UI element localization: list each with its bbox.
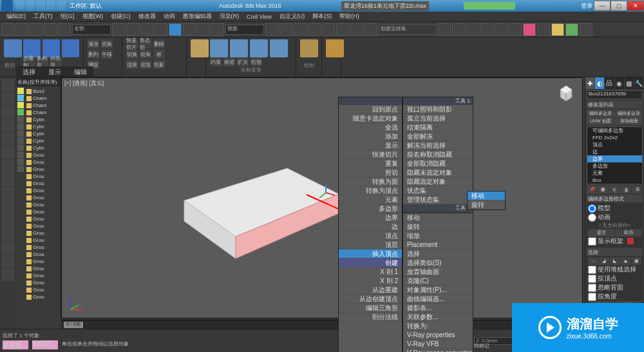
tab-hierarchy-icon[interactable]: 品	[605, 77, 614, 89]
viewport-label[interactable]: [+] [透视] [真实]	[64, 79, 104, 88]
scene-item[interactable]: Grou	[25, 251, 61, 258]
ribbon-shrink[interactable]: 收缩	[223, 57, 235, 66]
filter-select[interactable]: 全部	[72, 24, 111, 35]
scene-item[interactable]: Grou	[25, 159, 61, 166]
roll-sel[interactable]: 选择	[587, 248, 643, 256]
quad-item[interactable]: 克隆(C)	[403, 277, 473, 286]
tool-keymode[interactable]	[294, 23, 307, 36]
stack-item[interactable]: 顶点	[587, 141, 642, 148]
tool-render-set[interactable]	[537, 23, 550, 36]
ribbon-cham[interactable]: 切角	[140, 50, 151, 59]
quad-item[interactable]: V-Ray scene converter	[403, 349, 473, 352]
quad-item[interactable]: 按名称取消隐藏	[403, 150, 473, 159]
tool-window[interactable]	[155, 23, 167, 36]
tool-link[interactable]	[30, 23, 43, 36]
quad-item[interactable]: 孤立当前选择	[403, 114, 473, 123]
menu-modifiers[interactable]: 修改器	[135, 12, 160, 21]
ribbon-paintdef3[interactable]	[250, 39, 268, 57]
ribbon-freeform[interactable]	[300, 39, 318, 57]
quad-item[interactable]: 边	[339, 222, 402, 231]
tab-select[interactable]: 选择	[16, 66, 42, 77]
tab-util-icon[interactable]: 🔧	[634, 77, 644, 89]
scene-item[interactable]: Grou	[25, 180, 61, 187]
tab-display[interactable]: 显示	[42, 66, 68, 77]
ribbon-multi[interactable]: 多构面	[37, 57, 48, 66]
ltool-8[interactable]	[1, 173, 14, 186]
ribbon-qs[interactable]: 快速切片	[126, 39, 138, 48]
modbtn-3[interactable]: UVW 贴图	[587, 117, 614, 125]
ribbon-delcol[interactable]: 删列	[88, 50, 99, 59]
scene-item[interactable]: Grou	[25, 293, 61, 300]
tool-byname[interactable]	[126, 23, 139, 36]
sub-move[interactable]: 移动	[468, 191, 505, 200]
scene-item[interactable]: Grou	[25, 244, 61, 251]
quad-item[interactable]: 转换为面	[339, 177, 402, 186]
chk-show[interactable]: 显示框架	[588, 237, 641, 246]
menu-civil[interactable]: Civil View	[243, 14, 276, 20]
tool-redo[interactable]	[15, 23, 28, 36]
quad-item[interactable]: 缩放	[403, 231, 473, 240]
modbtn-2[interactable]: 编辑多边形	[615, 110, 643, 117]
filter-fx[interactable]	[17, 144, 24, 151]
stack-item[interactable]: FFD 2x2x2	[587, 134, 642, 141]
quad-item[interactable]: 转换为:	[403, 322, 473, 331]
modbtn-4[interactable]: 剪辑模面	[615, 117, 643, 125]
quad-item[interactable]: 顶层	[339, 240, 402, 249]
tool-render[interactable]	[565, 23, 578, 36]
stack-item[interactable]: 多边形	[587, 162, 642, 170]
quad-item[interactable]: 摄影表...	[403, 304, 473, 313]
stack-unique[interactable]: ⎘	[609, 186, 620, 193]
tool-toggle[interactable]	[480, 23, 493, 36]
stack-show[interactable]: ▦	[598, 186, 609, 193]
scene-item[interactable]: Grou	[25, 152, 61, 159]
minimize-button[interactable]: —	[594, 1, 611, 11]
tool-scale[interactable]	[197, 23, 210, 36]
ltool-6[interactable]	[1, 146, 14, 159]
menu-script[interactable]: 脚本(S)	[308, 12, 336, 21]
tool-render-prod[interactable]	[580, 23, 592, 36]
quad-item[interactable]: 从边创建顶点	[339, 295, 402, 304]
app-icon[interactable]	[1, 0, 13, 12]
quad-item[interactable]: 全选	[339, 123, 402, 132]
ribbon-paintdef1[interactable]	[210, 39, 228, 57]
menu-help[interactable]: 帮助(H)	[336, 12, 363, 21]
roll-mode[interactable]: 编辑多边形模式	[587, 195, 643, 202]
named-sel[interactable]: 创建选择集	[379, 24, 437, 35]
quad-item[interactable]: 重复	[339, 159, 402, 168]
menu-group[interactable]: 组(G)	[57, 12, 79, 21]
tool-mirror[interactable]	[438, 23, 451, 36]
scene-item[interactable]: Grou	[25, 279, 61, 286]
tool-layers[interactable]	[466, 23, 479, 36]
quad-item[interactable]: X 剖 1	[339, 268, 402, 277]
quad-item[interactable]: 放置轴曲面	[403, 268, 473, 277]
quad-item[interactable]: 元素	[339, 195, 402, 204]
scene-item[interactable]: Cylin	[25, 130, 61, 137]
quad-item[interactable]: 状态集	[403, 186, 473, 195]
quad-item[interactable]: V-Ray properties	[403, 331, 473, 340]
quad-item[interactable]: 隐藏未选定对象	[403, 168, 473, 177]
scene-item[interactable]: Cylin	[25, 116, 61, 123]
quad-item-bold[interactable]: 插入顶点	[339, 249, 402, 259]
quad-item[interactable]: 剖分法线	[339, 313, 402, 322]
tab-motion-icon[interactable]: ◉	[615, 77, 625, 89]
quad-item[interactable]: 随意卡选定对象	[339, 114, 402, 123]
quad-item[interactable]: 回到原点	[339, 105, 402, 114]
quad-item[interactable]: 转换为顶点	[339, 186, 402, 195]
ribbon-bridge[interactable]: 桥	[153, 50, 165, 59]
ribbon-conn[interactable]: 连接	[126, 60, 138, 69]
stack-item[interactable]: 边界	[587, 155, 642, 162]
so-elem[interactable]: ▣	[631, 257, 641, 265]
chk-igback[interactable]: 忽略背面	[588, 283, 641, 292]
so-border[interactable]: ◣	[610, 257, 620, 265]
tab-modify-icon[interactable]: ◐	[595, 77, 605, 89]
scene-item[interactable]: Grou	[25, 201, 61, 208]
qat-new[interactable]	[15, 1, 24, 10]
quad-item[interactable]: 编辑三角形	[339, 304, 402, 313]
chk-byvert[interactable]: 按顶点	[588, 274, 641, 283]
filter-cam[interactable]	[17, 109, 24, 115]
scene-item[interactable]: Grou	[25, 187, 61, 194]
ribbon-grow[interactable]: 扩大	[237, 57, 249, 66]
qat-undo[interactable]	[46, 1, 55, 10]
menu-create[interactable]: 创建(C)	[107, 12, 135, 21]
chk-byang[interactable]: 按角度	[588, 292, 641, 301]
